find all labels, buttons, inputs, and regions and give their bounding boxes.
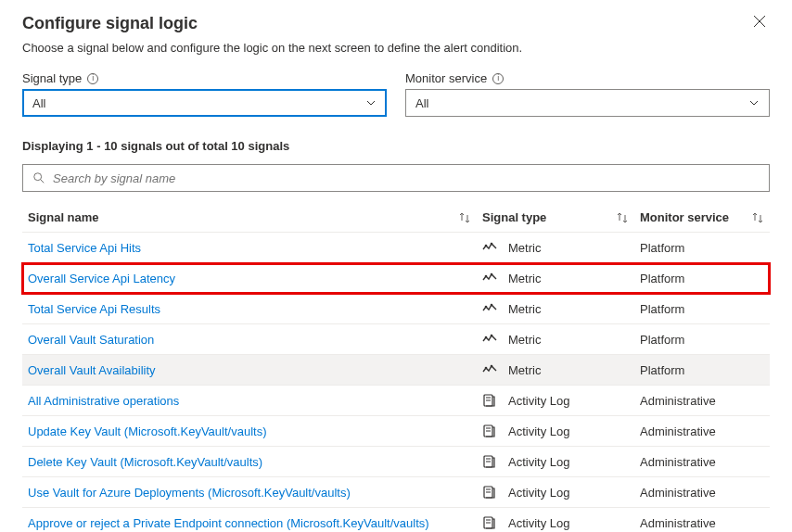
signal-type-text: Metric: [508, 272, 541, 285]
signal-name-link[interactable]: Overall Vault Saturation: [28, 333, 154, 347]
info-icon[interactable]: i: [492, 73, 504, 84]
sort-icon: [458, 211, 471, 224]
column-header-type-text: Signal type: [482, 210, 546, 224]
signal-type-label: Signal type i: [22, 71, 387, 85]
chevron-down-icon: [365, 97, 377, 108]
monitor-service-text: Administrative: [640, 516, 716, 530]
table-row[interactable]: All Administrative operations Activity L…: [22, 386, 770, 416]
svg-point-11: [491, 365, 493, 368]
monitor-service-text: Administrative: [640, 486, 716, 500]
metric-icon: [482, 301, 497, 316]
sort-icon: [616, 211, 629, 224]
search-input[interactable]: [53, 171, 760, 185]
svg-point-8: [485, 336, 488, 339]
activity-log-icon: [482, 485, 497, 500]
table-row[interactable]: Update Key Vault (Microsoft.KeyVault/vau…: [22, 416, 770, 447]
signal-name-link[interactable]: Overall Vault Availability: [28, 363, 156, 377]
svg-point-10: [485, 367, 488, 370]
column-header-type[interactable]: Signal type: [477, 203, 634, 233]
signal-name-link[interactable]: Approve or reject a Private Endpoint con…: [28, 516, 429, 530]
activity-log-icon: [482, 454, 497, 469]
svg-point-0: [34, 173, 42, 181]
signal-type-label-text: Signal type: [22, 71, 82, 85]
monitor-service-label: Monitor service i: [405, 71, 770, 85]
monitor-service-text: Administrative: [640, 394, 716, 408]
signal-name-link[interactable]: Total Service Api Results: [28, 302, 160, 316]
monitor-service-text: Platform: [640, 333, 684, 347]
signal-type-text: Activity Log: [508, 486, 569, 500]
svg-point-3: [491, 243, 493, 246]
svg-point-2: [485, 245, 488, 247]
signal-type-dropdown[interactable]: All: [22, 89, 387, 117]
signal-name-link[interactable]: Delete Key Vault (Microsoft.KeyVault/vau…: [28, 455, 262, 469]
monitor-service-dropdown-value: All: [415, 96, 428, 110]
page-title: Configure signal logic: [22, 14, 198, 33]
monitor-service-label-text: Monitor service: [405, 71, 487, 85]
monitor-service-text: Administrative: [640, 424, 716, 438]
search-box[interactable]: [22, 164, 770, 192]
metric-icon: [482, 362, 497, 377]
signal-name-link[interactable]: Total Service Api Hits: [28, 241, 141, 255]
signal-name-link[interactable]: All Administrative operations: [28, 394, 179, 408]
monitor-service-text: Platform: [640, 363, 684, 377]
table-row[interactable]: Approve or reject a Private Endpoint con…: [22, 508, 770, 533]
info-icon[interactable]: i: [87, 73, 98, 84]
column-header-service-text: Monitor service: [640, 210, 729, 224]
signal-type-text: Metric: [508, 333, 541, 347]
monitor-service-text: Platform: [640, 302, 684, 316]
activity-log-icon: [482, 393, 497, 408]
metric-icon: [482, 332, 497, 347]
table-row[interactable]: Overall Service Api Latency Metric Platf…: [22, 263, 770, 294]
page-subtitle: Choose a signal below and configure the …: [22, 41, 770, 55]
chevron-down-icon: [748, 97, 760, 108]
column-header-service[interactable]: Monitor service: [634, 203, 770, 233]
signal-type-dropdown-value: All: [32, 96, 45, 110]
table-row[interactable]: Total Service Api Hits Metric Platform: [22, 233, 770, 263]
signal-name-link[interactable]: Update Key Vault (Microsoft.KeyVault/vau…: [28, 424, 266, 438]
signal-type-text: Activity Log: [508, 516, 569, 530]
metric-icon: [482, 240, 497, 255]
table-row[interactable]: Overall Vault Availability Metric Platfo…: [22, 355, 770, 386]
signals-table: Signal name Signal type Monitor service …: [22, 203, 770, 532]
monitor-service-text: Platform: [640, 272, 684, 285]
monitor-service-text: Administrative: [640, 455, 716, 469]
svg-point-7: [491, 304, 493, 307]
column-header-name[interactable]: Signal name: [22, 203, 477, 233]
svg-point-6: [485, 306, 488, 309]
activity-log-icon: [482, 424, 497, 438]
table-row[interactable]: Total Service Api Results Metric Platfor…: [22, 294, 770, 324]
sort-icon: [751, 211, 764, 224]
signal-name-link[interactable]: Overall Service Api Latency: [28, 272, 175, 285]
svg-line-1: [41, 180, 45, 184]
monitor-service-dropdown[interactable]: All: [405, 89, 770, 117]
svg-point-9: [491, 335, 493, 337]
signal-type-text: Metric: [508, 302, 541, 316]
activity-log-icon: [482, 515, 497, 530]
signal-type-text: Metric: [508, 241, 541, 255]
signal-type-text: Activity Log: [508, 455, 569, 469]
monitor-service-text: Platform: [640, 241, 684, 255]
column-header-name-text: Signal name: [28, 210, 99, 224]
svg-point-4: [485, 275, 488, 278]
table-row[interactable]: Overall Vault Saturation Metric Platform: [22, 324, 770, 355]
signal-type-text: Activity Log: [508, 394, 569, 408]
signal-type-text: Activity Log: [508, 424, 569, 438]
signal-type-text: Metric: [508, 363, 541, 377]
search-icon: [32, 171, 45, 184]
signal-name-link[interactable]: Use Vault for Azure Deployments (Microso…: [28, 486, 351, 500]
close-icon[interactable]: [742, 11, 770, 35]
svg-point-5: [491, 273, 493, 276]
table-row[interactable]: Delete Key Vault (Microsoft.KeyVault/vau…: [22, 447, 770, 477]
metric-icon: [482, 271, 497, 285]
table-row[interactable]: Use Vault for Azure Deployments (Microso…: [22, 477, 770, 508]
result-count: Displaying 1 - 10 signals out of total 1…: [22, 139, 770, 153]
